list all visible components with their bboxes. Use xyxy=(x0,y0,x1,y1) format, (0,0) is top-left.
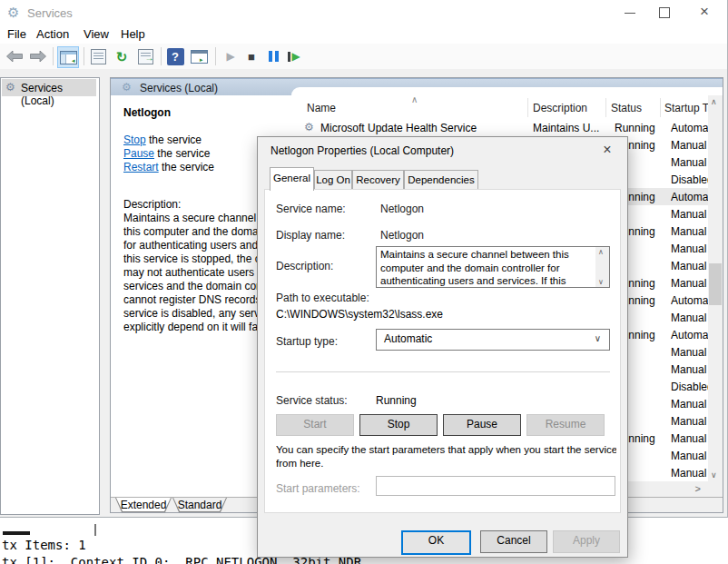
tab-recovery[interactable]: Recovery xyxy=(352,170,404,190)
column-divider[interactable] xyxy=(605,98,606,117)
display-name-value: Netlogon xyxy=(380,229,424,242)
scroll-up-icon[interactable]: ∧ xyxy=(598,248,604,256)
service-startup-type: Manual xyxy=(671,398,708,411)
restart-service-button[interactable]: ▶ xyxy=(284,46,304,66)
maximize-icon xyxy=(659,7,670,18)
menu-help[interactable]: Help xyxy=(121,27,145,41)
service-startup-type: Automat xyxy=(671,122,708,134)
ok-button[interactable]: OK xyxy=(401,530,471,555)
tab-standard[interactable]: Standard xyxy=(172,498,227,512)
cancel-button[interactable]: Cancel xyxy=(480,530,547,553)
menu-action[interactable]: Action xyxy=(36,27,69,41)
menu-view[interactable]: View xyxy=(84,27,109,41)
scroll-right-icon[interactable]: > xyxy=(695,483,701,494)
export-list-icon: → xyxy=(138,49,153,64)
service-startup-type: Manual xyxy=(671,450,708,462)
description-label: Description: xyxy=(276,260,333,272)
service-startup-type: Manual ( xyxy=(671,312,708,324)
service-startup-type: Automat xyxy=(671,191,708,203)
stop-button[interactable]: Stop xyxy=(359,414,438,436)
service-startup-type: Manual ( xyxy=(671,225,708,238)
forward-button[interactable] xyxy=(28,46,48,66)
menu-file[interactable]: File xyxy=(7,27,26,41)
properties-button[interactable] xyxy=(88,46,108,66)
scroll-down-icon[interactable]: ∨ xyxy=(711,470,717,480)
service-startup-type: Manual xyxy=(671,415,708,428)
vertical-scrollbar[interactable]: ∧ ∨ xyxy=(708,95,723,481)
column-header-name[interactable]: Name xyxy=(307,102,336,114)
tab-log-on[interactable]: Log On xyxy=(314,170,352,190)
resume-button: Resume xyxy=(526,414,605,436)
service-startup-type: Manual xyxy=(671,277,708,290)
toolbar-separator xyxy=(161,47,162,65)
separator xyxy=(276,371,610,372)
gear-icon: ⚙ xyxy=(122,81,132,94)
service-startup-type: Manual ( xyxy=(671,139,708,152)
dialog-title: Netlogon Properties (Local Computer) xyxy=(271,144,454,157)
stop-service-link[interactable]: Stop xyxy=(123,134,146,146)
service-startup-type: Disabled xyxy=(671,381,708,393)
service-startup-type: Manual ( xyxy=(671,432,708,445)
show-window-button[interactable]: ▸ xyxy=(189,46,209,66)
toolbar-separator xyxy=(53,47,54,65)
minimize-icon xyxy=(625,13,635,14)
description-label: Description: xyxy=(123,198,181,211)
scrollbar-thumb[interactable] xyxy=(709,263,722,305)
tree-item-services-local[interactable]: ⚙ Services (Local) xyxy=(2,79,96,96)
description-textbox[interactable]: Maintains a secure channel between this … xyxy=(376,246,610,288)
service-startup-type: Manual ( xyxy=(671,208,708,221)
back-button[interactable] xyxy=(5,46,25,66)
clipped-text-fragment xyxy=(3,531,30,535)
start-service-button[interactable]: ▶ xyxy=(221,46,241,66)
title-bar[interactable]: ⚙ Services × xyxy=(0,0,727,25)
toolbar: ◂ ↻ → ? ▸ ▶ ■ ▶ xyxy=(0,44,727,70)
column-divider[interactable] xyxy=(660,98,661,117)
tab-dependencies[interactable]: Dependencies xyxy=(404,170,478,190)
start-parameters-hint: from here. xyxy=(276,458,616,469)
export-list-button[interactable]: → xyxy=(135,46,155,66)
show-console-tree-button[interactable]: ◂ xyxy=(57,46,79,68)
maximize-button[interactable] xyxy=(651,0,678,25)
start-parameters-hint: You can specify the start parameters tha… xyxy=(276,444,616,455)
scroll-up-icon[interactable]: ∧ xyxy=(711,97,717,106)
start-parameters-input[interactable] xyxy=(376,476,615,496)
service-startup-type: Disabled xyxy=(671,173,708,186)
tab-general[interactable]: General xyxy=(270,167,314,191)
pause-service-button[interactable] xyxy=(263,46,283,66)
netlogon-properties-dialog: Netlogon Properties (Local Computer) × G… xyxy=(257,136,628,558)
pause-service-link[interactable]: Pause xyxy=(123,147,154,160)
column-divider[interactable] xyxy=(527,98,528,117)
textbox-scrollbar[interactable]: ∧ ∨ xyxy=(595,247,609,287)
service-row[interactable]: ⚙Microsoft Update Health ServiceMaintain… xyxy=(300,119,708,136)
service-name: Microsoft Update Health Service xyxy=(320,122,477,134)
startup-type-dropdown[interactable]: Automatic ∨ xyxy=(376,329,610,351)
help-button[interactable]: ? xyxy=(165,46,185,66)
column-header-startup-type[interactable]: Startup T xyxy=(664,102,708,114)
service-startup-type: Manual ( xyxy=(671,156,708,169)
restart-service-link[interactable]: Restart xyxy=(123,161,159,173)
dialog-close-button[interactable]: × xyxy=(598,142,616,158)
scroll-down-icon[interactable]: ∨ xyxy=(598,278,604,286)
refresh-button[interactable]: ↻ xyxy=(112,46,132,66)
taskpad-header-label: Services (Local) xyxy=(140,82,218,94)
play-icon: ▶ xyxy=(226,50,234,63)
pause-service-line: Pause the service xyxy=(123,147,210,160)
window-title: Services xyxy=(27,6,73,20)
tab-extended[interactable]: Extended xyxy=(115,498,172,512)
chevron-down-icon: ∨ xyxy=(595,333,601,343)
gear-icon: ⚙ xyxy=(5,81,15,94)
service-description: Maintains U... xyxy=(533,122,605,134)
service-startup-type: Manual ( xyxy=(671,260,708,272)
toolbar-separator xyxy=(215,47,216,65)
clipped-text-fragment xyxy=(94,524,96,536)
column-header-status[interactable]: Status xyxy=(611,102,642,114)
stop-service-button[interactable]: ■ xyxy=(241,46,261,66)
column-header-description[interactable]: Description xyxy=(533,102,587,114)
window-play-icon: ▸ xyxy=(191,50,208,64)
general-tab-page: Service name: Netlogon Display name: Net… xyxy=(264,189,621,513)
close-button[interactable]: × xyxy=(690,0,719,25)
sort-ascending-icon: ∧ xyxy=(411,95,418,104)
help-icon: ? xyxy=(167,48,184,65)
pause-button[interactable]: Pause xyxy=(443,414,521,436)
minimize-button[interactable] xyxy=(616,0,644,25)
